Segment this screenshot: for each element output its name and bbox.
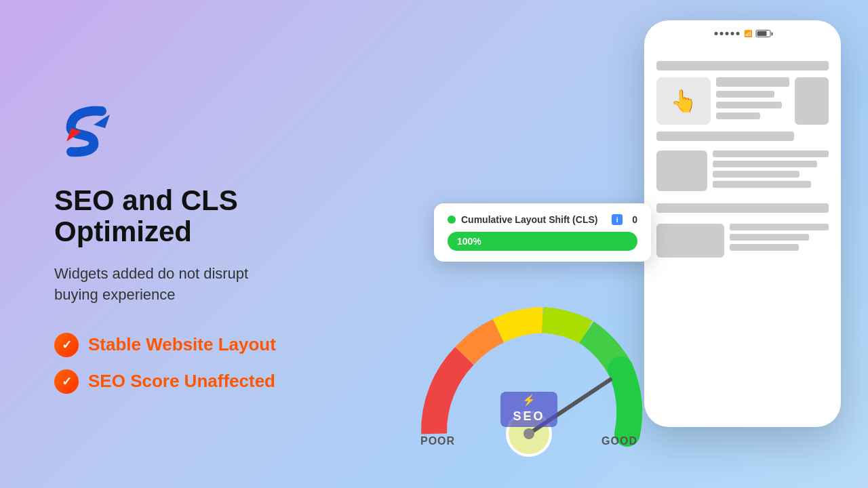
phone-bottom-right: [713, 150, 829, 191]
cls-percent: 100%: [457, 236, 481, 247]
phone-bar-r4: [713, 181, 811, 188]
main-title: SEO and CLS Optimized: [54, 185, 353, 247]
cursor-hand-icon: 👆: [670, 88, 697, 114]
cls-popup: Cumulative Layout Shift (CLS) i 0 100%: [434, 203, 651, 262]
battery-fill: [757, 31, 767, 36]
phone-block-4: [716, 113, 760, 119]
phone-last-block-1: [656, 224, 724, 258]
features-list: Stable Website Layout SEO Score Unaffect…: [54, 333, 353, 394]
svg-text:SEO: SEO: [513, 409, 545, 423]
logo-area: [54, 94, 353, 165]
phone-bar-r3: [713, 171, 800, 178]
check-badge-seo: [54, 369, 79, 394]
gauge-labels: POOR GOOD: [400, 435, 658, 447]
green-dot-icon: [448, 216, 456, 224]
right-panel: 📶 👆: [393, 0, 868, 488]
phone-content-right: [716, 77, 789, 125]
phone-mockup: 📶 👆: [644, 20, 841, 427]
brand-logo: [54, 94, 122, 162]
wifi-icon: 📶: [744, 30, 752, 37]
phone-dot: [715, 32, 718, 35]
phone-last-bar-3: [730, 244, 799, 251]
feature-text-seo: SEO Score Unaffected: [88, 371, 275, 392]
phone-dots: [715, 32, 740, 35]
phone-content-bar-2: [656, 131, 794, 141]
phone-bar-r2: [713, 161, 817, 167]
info-icon: i: [612, 214, 623, 225]
left-panel: SEO and CLS Optimized Widgets added do n…: [0, 54, 393, 434]
phone-block-side: [795, 77, 829, 125]
seo-gauge: ⚡ SEO POOR GOOD: [400, 291, 658, 468]
phone-block-1: [716, 77, 789, 87]
main-container: SEO and CLS Optimized Widgets added do n…: [0, 0, 868, 488]
phone-dot: [731, 32, 734, 35]
phone-bar-r1: [713, 150, 829, 157]
phone-block-3: [716, 102, 782, 108]
cls-score: 0: [632, 214, 637, 225]
phone-block-2: [716, 91, 774, 98]
gauge-label-good: GOOD: [601, 435, 637, 447]
phone-content-bar-3: [656, 203, 829, 213]
phone-content-bar-1: [656, 61, 829, 70]
svg-text:⚡: ⚡: [522, 394, 536, 407]
phone-dot: [720, 32, 724, 35]
cls-header: Cumulative Layout Shift (CLS) i 0: [448, 214, 637, 225]
check-badge-stable: [54, 333, 79, 357]
phone-bottom-left: [656, 150, 707, 191]
feature-item-stable: Stable Website Layout: [54, 333, 353, 357]
battery-icon: [756, 30, 771, 37]
phone-last-row: [656, 224, 829, 258]
phone-dot: [726, 32, 729, 35]
phone-click-area: 👆: [656, 77, 711, 125]
phone-bottom-section: [656, 150, 829, 191]
phone-bottom-block-1: [656, 150, 707, 191]
phone-last-right: [730, 224, 829, 258]
cls-progress-bar: 100%: [448, 232, 637, 251]
gauge-label-poor: POOR: [420, 435, 455, 447]
phone-dot: [736, 32, 740, 35]
phone-row-1: 👆: [656, 77, 829, 125]
feature-text-stable: Stable Website Layout: [88, 334, 276, 355]
phone-last-bar-1: [730, 224, 829, 230]
phone-notch: 📶: [715, 30, 771, 37]
cls-title: Cumulative Layout Shift (CLS): [461, 214, 606, 225]
feature-item-seo: SEO Score Unaffected: [54, 369, 353, 394]
subtitle: Widgets added do not disruptbuying exper…: [54, 264, 353, 306]
phone-last-bar-2: [730, 234, 809, 241]
